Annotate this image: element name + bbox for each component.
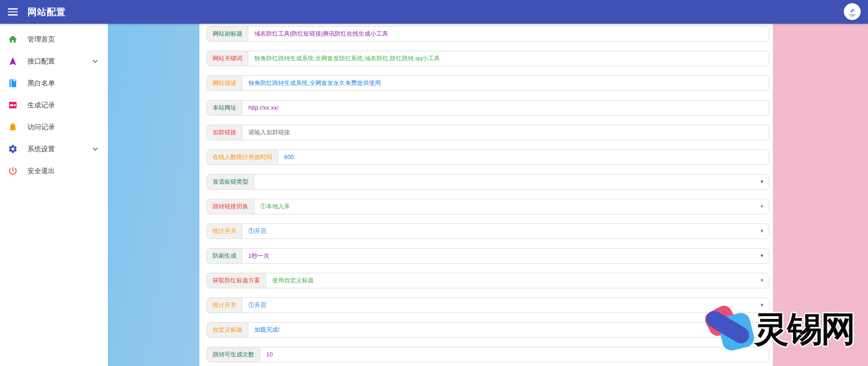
sidebar-item-logout[interactable]: 安全退出 [0,160,108,182]
field-input-stats-switch-2[interactable] [242,298,769,313]
field-input-stats-switch-1[interactable] [242,224,769,239]
field-label: 跳转链接切换 [207,199,254,214]
field-label: 加群链接 [207,125,242,140]
form-row-custom-title: 自定义标题 [207,322,769,338]
field-input-site-url[interactable] [242,101,769,115]
field-input-anti-brush[interactable] [242,249,769,263]
sidebar-item-label: 管理首页 [27,35,100,44]
book-icon [8,78,18,88]
field-label: 本站网址 [207,101,242,115]
field-input-online-time[interactable] [278,150,769,164]
navigation-icon [8,56,18,66]
form-row-short-link-type: 首选短链类型 ▼ [207,174,769,190]
form-row-jump-link-switch: 跳转链接切换 ▼ [207,199,769,214]
settings-form-card: 网站副标题 网站关键词 网站描述 本站网址 加群链接 在线人数统计有效时间 首选… [199,24,773,366]
avatar[interactable] [844,3,861,20]
sidebar-item-label: 访问记录 [27,123,100,132]
dropdown-arrow-icon[interactable]: ▼ [760,199,764,214]
field-input-group-link[interactable] [242,125,769,140]
field-label: 跳转可生成次数 [207,347,260,362]
field-label: 网站关键词 [207,51,248,66]
sidebar: 管理首页 接口配置 黑白名单 生成记录 [0,24,108,366]
form-row-site-description: 网站描述 [207,75,769,91]
chevron-down-icon[interactable] [91,144,100,154]
sidebar-item-label: 生成记录 [27,101,100,110]
dropdown-arrow-icon[interactable]: ▼ [760,224,764,239]
top-bar: 网站配置 [0,0,868,24]
sidebar-item-visits[interactable]: 访问记录 [0,116,108,138]
unicorn-logo-icon [849,7,856,13]
page-title: 网站配置 [27,6,66,18]
sidebar-item-label: 安全退出 [27,167,100,175]
form-row-jump-count: 跳转可生成次数 [207,347,769,362]
form-row-anti-brush: 防刷生成 ▼ [207,248,769,264]
field-label: 网站描述 [207,76,242,90]
dropdown-arrow-icon[interactable]: ▼ [760,175,764,189]
form-row-stats-switch-1: 统计开关 ▼ [207,223,769,239]
field-input-site-keywords[interactable] [248,51,769,66]
home-icon [8,34,18,44]
form-row-site-subtitle: 网站副标题 [207,26,769,42]
form-row-site-url: 本站网址 [207,100,769,116]
field-label: 首选短链类型 [207,175,254,189]
field-label: 网站副标题 [207,27,248,41]
field-label: 防刷生成 [207,249,242,263]
field-input-site-description[interactable] [242,76,769,90]
field-label: 统计开关 [207,298,242,313]
field-input-site-subtitle[interactable] [248,27,769,41]
field-input-custom-title[interactable] [248,323,769,337]
gear-icon [8,144,18,154]
sidebar-item-api[interactable]: 接口配置 [0,50,108,72]
power-icon [8,166,18,176]
form-row-group-link: 加群链接 [207,125,769,140]
sidebar-item-label: 黑白名单 [27,79,100,88]
sidebar-item-label: 系统设置 [27,145,91,154]
watermark-logo: 灵锡网 [706,306,854,353]
card-icon [8,100,18,110]
watermark-text: 灵锡网 [754,306,854,353]
field-label: 统计开关 [207,224,242,239]
sidebar-item-home[interactable]: 管理首页 [0,28,108,50]
field-label: 获取防红标题方案 [207,273,266,288]
field-input-jump-link-switch[interactable] [254,199,769,214]
form-row-stats-switch-2: 统计开关 ▼ [207,297,769,313]
form-row-online-time: 在线人数统计有效时间 [207,149,769,165]
avatar-logo-text [849,14,856,15]
field-input-short-link-type[interactable] [254,175,769,189]
field-input-jump-count[interactable] [260,347,769,362]
sidebar-item-blacklist[interactable]: 黑白名单 [0,72,108,94]
form-row-site-keywords: 网站关键词 [207,51,769,66]
dropdown-arrow-icon[interactable]: ▼ [760,249,764,263]
hamburger-menu-icon[interactable] [4,3,22,21]
field-label: 在线人数统计有效时间 [207,150,278,164]
field-label: 自定义标题 [207,323,248,337]
bell-icon [8,122,18,132]
chevron-down-icon[interactable] [91,57,100,66]
watermark-logo-mark [706,307,753,353]
dropdown-arrow-icon[interactable]: ▼ [760,273,764,288]
sidebar-item-label: 接口配置 [27,57,91,66]
field-input-title-scheme[interactable] [266,273,769,288]
sidebar-item-settings[interactable]: 系统设置 [0,138,108,160]
form-row-title-scheme: 获取防红标题方案 ▼ [207,273,769,288]
sidebar-item-records[interactable]: 生成记录 [0,94,108,116]
